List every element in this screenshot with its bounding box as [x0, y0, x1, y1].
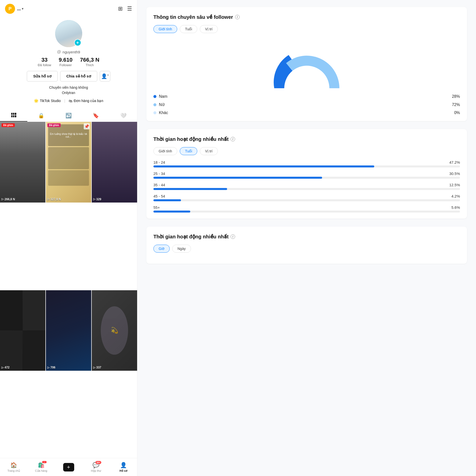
add-button[interactable]: + — [63, 463, 74, 471]
activity-time-title: Thời gian hoạt động nhiều nhất i — [153, 136, 460, 142]
likes-count: 766,3 N — [80, 57, 99, 63]
stat-follow: 33 Đã follow — [38, 57, 51, 67]
bio-text: Chuyên viên hàng không Onlytran — [49, 85, 88, 96]
svg-rect-1 — [13, 113, 14, 115]
bottom-nav: 🏠 Trang chủ 🛍️ • Cửa hàng + 💬 99+ Hộp th… — [0, 458, 137, 476]
header-right: ⊞ ☰ — [118, 6, 132, 12]
pinned-badge-1: Đã ghim — [2, 123, 15, 127]
info-icon-follower[interactable]: i — [235, 15, 240, 19]
activity-filter-tabs: Giới tính Tuổi Vị trí — [153, 147, 460, 155]
orders-link[interactable]: 🛍 Đơn hàng của bạn — [69, 99, 103, 103]
video-thumb-6[interactable]: 💫 ▷ 337 — [92, 290, 137, 371]
bar-label-5: 55+ — [153, 205, 160, 210]
video-thumb-3[interactable]: ▷ 329 — [92, 122, 137, 203]
tab-repost[interactable]: ↩️ — [55, 110, 82, 122]
menu-icon[interactable]: ☰ — [127, 6, 132, 12]
bar-fill-3 — [153, 188, 227, 190]
tab-videos[interactable] — [0, 110, 27, 122]
share-profile-button[interactable]: Chia sẻ hồ sơ — [60, 71, 97, 81]
star-icon[interactable]: ⊞ — [118, 6, 123, 12]
shop-badge: • — [42, 461, 47, 463]
separator: | — [64, 99, 65, 103]
nav-profile[interactable]: 👤 Hồ sơ — [110, 458, 137, 476]
follow-count: 33 — [38, 57, 51, 63]
bar-label-2: 25 - 34 — [153, 171, 165, 176]
female-label: Nữ — [159, 102, 164, 107]
stats-row: 33 Đã follow 9.610 Follower 766,3 N Thíc… — [38, 57, 100, 67]
inbox-badge-wrap: 💬 99+ — [92, 462, 99, 468]
follower-insights-card: Thông tin chuyên sâu về follower i Giới … — [146, 7, 467, 121]
bar-fill-2 — [153, 177, 322, 179]
bar-fill-4 — [153, 199, 181, 201]
bar-45-54: 45 - 54 4.2% — [153, 194, 460, 201]
studio-icon: 🌟 — [34, 99, 39, 103]
nav-add[interactable]: + — [55, 458, 82, 476]
activity-filter-gender[interactable]: Giới tính — [153, 147, 177, 155]
follow-label: Đã follow — [38, 63, 51, 67]
video-thumb-4[interactable]: ▷ 472 — [0, 290, 45, 371]
tab-liked[interactable]: 🤍 — [110, 110, 137, 122]
username-row: @ nguyenth9 — [57, 50, 80, 54]
play-icon-4: ▷ — [2, 366, 4, 369]
nav-home[interactable]: 🏠 Trang chủ — [0, 458, 27, 476]
header: P ... ▾ ⊞ ☰ — [0, 0, 137, 18]
video-thumb-5[interactable]: ▷ 706 — [46, 290, 91, 371]
premium-badge: P — [5, 4, 15, 14]
male-label: Nam — [159, 94, 167, 99]
shop-badge-wrap: 🛍️ • — [38, 462, 45, 468]
nav-profile-label: Hồ sơ — [120, 469, 127, 472]
bar-55plus: 55+ 5.6% — [153, 205, 460, 213]
legend-male: Nam 28% — [153, 94, 460, 99]
filter-tab-location[interactable]: Vị trí — [200, 25, 218, 33]
info-icon-activity[interactable]: i — [231, 137, 235, 141]
tiktok-studio-link[interactable]: 🌟 TikTok Studio — [34, 99, 61, 103]
edit-profile-button[interactable]: Sửa hồ sơ — [27, 71, 57, 81]
activity-time-card: Thời gian hoạt động nhiều nhất i Giới tí… — [146, 129, 467, 219]
avatar-add-button[interactable]: + — [74, 39, 81, 46]
header-left: P ... ▾ — [5, 4, 23, 14]
links-row: 🌟 TikTok Studio | 🛍 Đơn hàng của bạn — [34, 99, 103, 103]
info-icon-activity-2[interactable]: i — [231, 234, 235, 239]
activity-filter-location[interactable]: Vị trí — [200, 147, 218, 155]
tab-bookmark[interactable]: 🔖 — [82, 110, 110, 122]
nav-inbox[interactable]: 💬 99+ Hộp thư — [82, 458, 110, 476]
activity-filter-age[interactable]: Tuổi — [180, 147, 197, 155]
svg-rect-5 — [15, 115, 16, 117]
time-tab-hour[interactable]: Giờ — [153, 245, 170, 253]
video-thumb-2[interactable]: Em tưởng show thật tệ là kiểu 'ok cut...… — [46, 122, 91, 203]
bar-25-34: 25 - 34 30.5% — [153, 171, 460, 179]
legend-other: Khác 0% — [153, 111, 460, 115]
avatar-wrap: + — [55, 20, 82, 47]
gender-legend: Nam 28% Nữ 72% Khác 0% — [153, 94, 460, 115]
bar-fill-5 — [153, 211, 190, 213]
filter-tab-gender[interactable]: Giới tính — [153, 25, 177, 33]
svg-rect-0 — [11, 113, 13, 115]
svg-rect-3 — [11, 115, 13, 117]
bar-18-24: 18 - 24 47.2% — [153, 160, 460, 167]
video-thumb-1[interactable]: Đã ghim ▷ 266,8 N — [0, 122, 45, 203]
header-username[interactable]: ... ▾ — [17, 6, 23, 12]
svg-rect-2 — [15, 113, 16, 115]
time-filter-tabs: Giờ Ngày — [153, 245, 460, 253]
bar-label-1: 18 - 24 — [153, 160, 165, 164]
tab-lock[interactable]: 🔒 — [27, 110, 55, 122]
bar-track-4 — [153, 199, 460, 201]
nav-inbox-label: Hộp thư — [91, 469, 101, 472]
play-icon-3: ▷ — [93, 198, 95, 201]
play-count-4: ▷ 472 — [2, 366, 10, 369]
time-tab-day[interactable]: Ngày — [172, 245, 191, 253]
bar-track-3 — [153, 188, 460, 190]
nav-home-label: Trang chủ — [8, 469, 20, 472]
play-count-3: ▷ 329 — [93, 198, 101, 201]
female-dot — [153, 103, 156, 106]
video-grid: Đã ghim ▷ 266,8 N Em tưởng show thật tệ … — [0, 122, 137, 458]
add-friend-button[interactable]: 👤+ — [100, 71, 110, 81]
bar-track-5 — [153, 211, 460, 213]
filter-tab-age[interactable]: Tuổi — [180, 25, 197, 33]
play-icon-6: ▷ — [93, 366, 95, 369]
bar-pct-4: 4.2% — [451, 194, 460, 198]
nav-shop[interactable]: 🛍️ • Cửa hàng — [27, 458, 55, 476]
video-2-pin-icon: 📌 — [84, 123, 90, 129]
likes-label: Thích — [80, 63, 99, 67]
dropdown-arrow-icon[interactable]: ▾ — [22, 7, 23, 11]
